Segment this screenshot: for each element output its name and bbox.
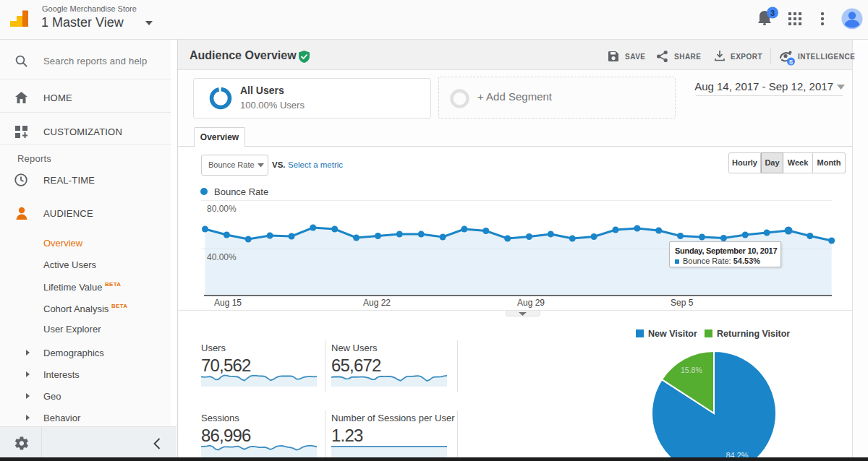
svg-text:84.2%: 84.2% <box>726 451 748 457</box>
svg-text:3: 3 <box>770 9 775 17</box>
svg-text:5: 5 <box>789 59 793 66</box>
svg-text:15.8%: 15.8% <box>681 366 702 374</box>
